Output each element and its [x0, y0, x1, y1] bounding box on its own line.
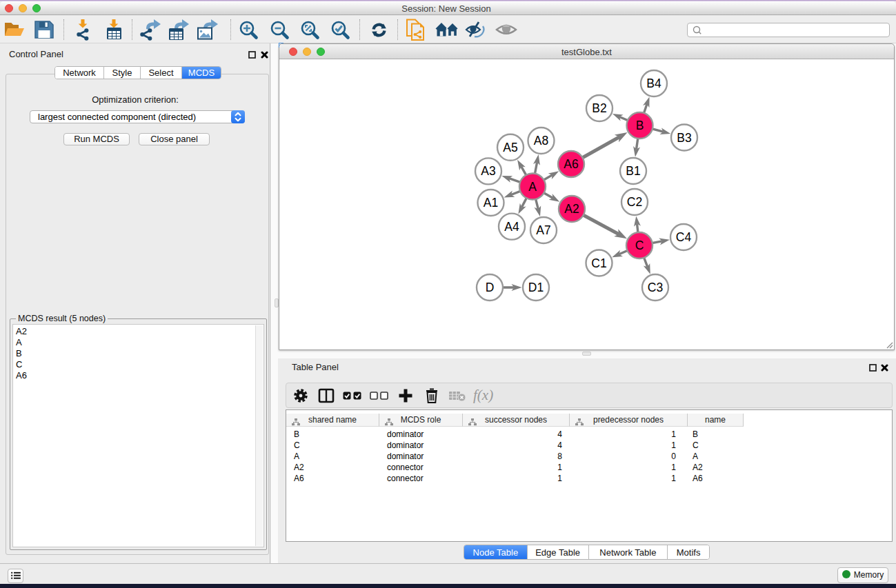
svg-text:B4: B4 [646, 77, 661, 90]
svg-text:A1: A1 [484, 196, 498, 210]
svg-text:A5: A5 [503, 141, 517, 154]
svg-text:B2: B2 [592, 101, 606, 115]
svg-text:D: D [486, 281, 495, 294]
svg-text:A6: A6 [564, 157, 578, 171]
svg-text:D1: D1 [528, 281, 544, 294]
svg-text:C1: C1 [591, 256, 606, 270]
svg-text:C3: C3 [648, 281, 663, 294]
svg-text:B3: B3 [677, 131, 691, 145]
svg-text:B1: B1 [626, 164, 640, 178]
svg-text:A7: A7 [536, 223, 550, 237]
svg-text:A3: A3 [481, 164, 495, 178]
svg-text:C2: C2 [627, 195, 642, 209]
svg-text:B: B [636, 119, 644, 132]
svg-text:C4: C4 [676, 230, 692, 244]
svg-text:A2: A2 [564, 202, 579, 216]
svg-text:A8: A8 [534, 134, 548, 148]
svg-text:A: A [528, 180, 537, 194]
svg-text:C: C [635, 239, 644, 252]
svg-text:A4: A4 [504, 220, 519, 234]
